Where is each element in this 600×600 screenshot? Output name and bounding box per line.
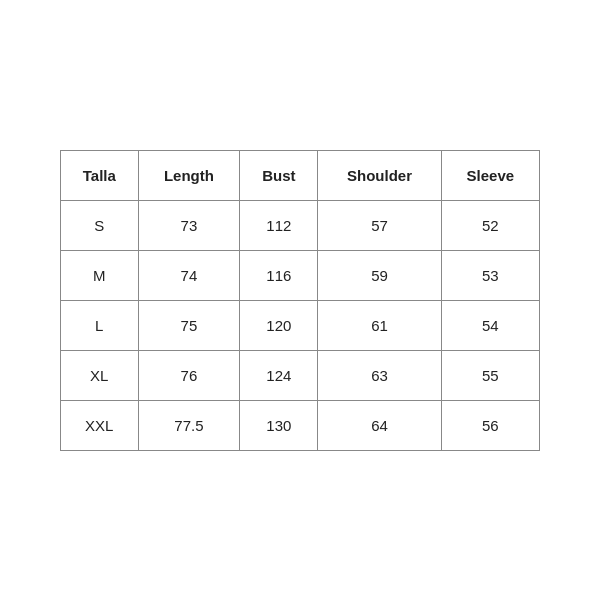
table-row: M741165953 xyxy=(61,250,540,300)
cell-r4-c3: 64 xyxy=(318,400,441,450)
cell-r3-c3: 63 xyxy=(318,350,441,400)
table-row: XXL77.51306456 xyxy=(61,400,540,450)
cell-r4-c0: XXL xyxy=(61,400,139,450)
cell-r0-c1: 73 xyxy=(138,200,240,250)
cell-r3-c1: 76 xyxy=(138,350,240,400)
cell-r3-c4: 55 xyxy=(441,350,539,400)
table-row: L751206154 xyxy=(61,300,540,350)
size-chart-container: Talla Length Bust Shoulder Sleeve S73112… xyxy=(40,130,560,471)
cell-r1-c0: M xyxy=(61,250,139,300)
cell-r1-c2: 116 xyxy=(240,250,318,300)
cell-r0-c4: 52 xyxy=(441,200,539,250)
col-header-sleeve: Sleeve xyxy=(441,150,539,200)
col-header-shoulder: Shoulder xyxy=(318,150,441,200)
col-header-length: Length xyxy=(138,150,240,200)
cell-r2-c1: 75 xyxy=(138,300,240,350)
table-row: S731125752 xyxy=(61,200,540,250)
col-header-bust: Bust xyxy=(240,150,318,200)
cell-r1-c1: 74 xyxy=(138,250,240,300)
cell-r4-c4: 56 xyxy=(441,400,539,450)
cell-r2-c4: 54 xyxy=(441,300,539,350)
cell-r2-c3: 61 xyxy=(318,300,441,350)
cell-r2-c2: 120 xyxy=(240,300,318,350)
cell-r0-c0: S xyxy=(61,200,139,250)
cell-r3-c2: 124 xyxy=(240,350,318,400)
cell-r0-c3: 57 xyxy=(318,200,441,250)
table-row: XL761246355 xyxy=(61,350,540,400)
cell-r4-c1: 77.5 xyxy=(138,400,240,450)
table-header-row: Talla Length Bust Shoulder Sleeve xyxy=(61,150,540,200)
cell-r4-c2: 130 xyxy=(240,400,318,450)
cell-r2-c0: L xyxy=(61,300,139,350)
cell-r1-c3: 59 xyxy=(318,250,441,300)
cell-r3-c0: XL xyxy=(61,350,139,400)
col-header-talla: Talla xyxy=(61,150,139,200)
cell-r0-c2: 112 xyxy=(240,200,318,250)
cell-r1-c4: 53 xyxy=(441,250,539,300)
size-chart-table: Talla Length Bust Shoulder Sleeve S73112… xyxy=(60,150,540,451)
